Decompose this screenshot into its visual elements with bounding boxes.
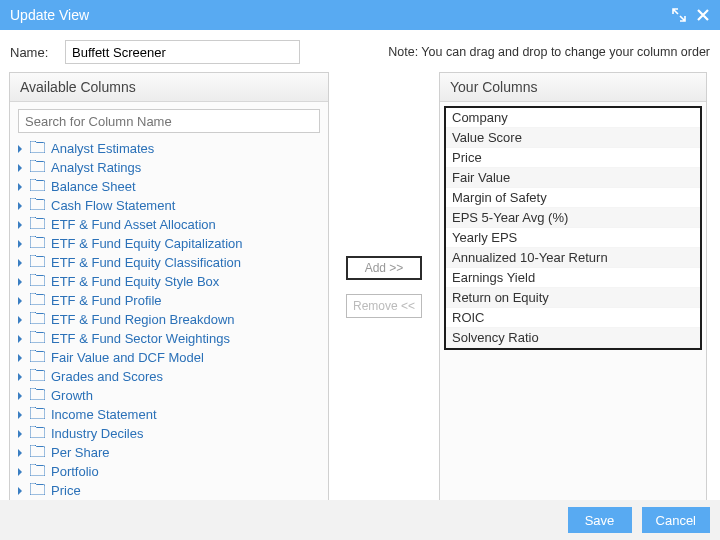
- tree-item[interactable]: Cash Flow Statement: [16, 196, 328, 215]
- folder-icon: [30, 312, 45, 327]
- tree-item[interactable]: ETF & Fund Profile: [16, 291, 328, 310]
- tree-item[interactable]: Industry Deciles: [16, 424, 328, 443]
- folder-icon: [30, 445, 45, 460]
- tree-item-label: Growth: [51, 388, 93, 403]
- tree-item-label: Industry Deciles: [51, 426, 143, 441]
- remove-button[interactable]: Remove <<: [346, 294, 422, 318]
- tree-item-label: Cash Flow Statement: [51, 198, 175, 213]
- caret-right-icon: [16, 354, 24, 362]
- tree-item-label: Income Statement: [51, 407, 157, 422]
- caret-right-icon: [16, 468, 24, 476]
- tree-item[interactable]: Portfolio: [16, 462, 328, 481]
- caret-right-icon: [16, 373, 24, 381]
- tree-item[interactable]: Analyst Estimates: [16, 139, 328, 158]
- tree-item-label: Analyst Ratings: [51, 160, 141, 175]
- tree-item-label: ETF & Fund Equity Classification: [51, 255, 241, 270]
- tree-item-label: Portfolio: [51, 464, 99, 479]
- tree-item-label: Balance Sheet: [51, 179, 136, 194]
- tree-item[interactable]: Analyst Ratings: [16, 158, 328, 177]
- your-column-row[interactable]: Return on Equity: [446, 288, 700, 308]
- tree-item[interactable]: Fair Value and DCF Model: [16, 348, 328, 367]
- name-row: Name: Note: You can drag and drop to cha…: [0, 30, 720, 72]
- tree-item[interactable]: Income Statement: [16, 405, 328, 424]
- tree-item[interactable]: ETF & Fund Region Breakdown: [16, 310, 328, 329]
- mid-buttons: Add >> Remove <<: [329, 72, 439, 502]
- your-column-row[interactable]: Solvency Ratio: [446, 328, 700, 348]
- tree-item[interactable]: Per Share: [16, 443, 328, 462]
- tree-item[interactable]: ETF & Fund Equity Style Box: [16, 272, 328, 291]
- search-input[interactable]: [18, 109, 320, 133]
- tree-item-label: ETF & Fund Asset Allocation: [51, 217, 216, 232]
- tree-item-label: Analyst Estimates: [51, 141, 154, 156]
- your-column-row[interactable]: Yearly EPS: [446, 228, 700, 248]
- folder-icon: [30, 369, 45, 384]
- your-column-row[interactable]: Annualized 10-Year Return: [446, 248, 700, 268]
- titlebar: Update View: [0, 0, 720, 30]
- tree-item[interactable]: Balance Sheet: [16, 177, 328, 196]
- folder-icon: [30, 198, 45, 213]
- caret-right-icon: [16, 297, 24, 305]
- tree-item[interactable]: ETF & Fund Sector Weightings: [16, 329, 328, 348]
- folder-icon: [30, 236, 45, 251]
- tree-item-label: Per Share: [51, 445, 110, 460]
- cancel-button[interactable]: Cancel: [642, 507, 710, 533]
- caret-right-icon: [16, 392, 24, 400]
- caret-right-icon: [16, 183, 24, 191]
- tree-item[interactable]: ETF & Fund Equity Capitalization: [16, 234, 328, 253]
- caret-right-icon: [16, 487, 24, 495]
- folder-icon: [30, 179, 45, 194]
- tree-item[interactable]: ETF & Fund Asset Allocation: [16, 215, 328, 234]
- caret-right-icon: [16, 278, 24, 286]
- caret-right-icon: [16, 316, 24, 324]
- tree-item[interactable]: Growth: [16, 386, 328, 405]
- available-tree[interactable]: Analyst EstimatesAnalyst RatingsBalance …: [10, 137, 328, 501]
- caret-right-icon: [16, 335, 24, 343]
- folder-icon: [30, 388, 45, 403]
- save-button[interactable]: Save: [568, 507, 632, 533]
- your-column-row[interactable]: Company: [446, 108, 700, 128]
- tree-item-label: ETF & Fund Sector Weightings: [51, 331, 230, 346]
- tree-item-label: ETF & Fund Equity Style Box: [51, 274, 219, 289]
- caret-right-icon: [16, 259, 24, 267]
- your-header: Your Columns: [440, 73, 706, 102]
- tree-item-label: Grades and Scores: [51, 369, 163, 384]
- folder-icon: [30, 350, 45, 365]
- expand-icon[interactable]: [672, 8, 686, 22]
- your-columns-panel: Your Columns CompanyValue ScorePriceFair…: [439, 72, 707, 502]
- available-columns-panel: Available Columns Analyst EstimatesAnaly…: [9, 72, 329, 502]
- your-column-row[interactable]: ROIC: [446, 308, 700, 328]
- caret-right-icon: [16, 202, 24, 210]
- caret-right-icon: [16, 164, 24, 172]
- tree-item-label: Fair Value and DCF Model: [51, 350, 204, 365]
- your-columns-list[interactable]: CompanyValue ScorePriceFair ValueMargin …: [444, 106, 702, 350]
- your-column-row[interactable]: Margin of Safety: [446, 188, 700, 208]
- your-column-row[interactable]: EPS 5-Year Avg (%): [446, 208, 700, 228]
- your-column-row[interactable]: Earnings Yield: [446, 268, 700, 288]
- name-label: Name:: [10, 45, 65, 60]
- folder-icon: [30, 217, 45, 232]
- folder-icon: [30, 426, 45, 441]
- name-input[interactable]: [65, 40, 300, 64]
- your-column-row[interactable]: Fair Value: [446, 168, 700, 188]
- window-title: Update View: [10, 7, 89, 23]
- your-column-row[interactable]: Price: [446, 148, 700, 168]
- folder-icon: [30, 293, 45, 308]
- caret-right-icon: [16, 221, 24, 229]
- your-column-row[interactable]: Value Score: [446, 128, 700, 148]
- tree-item[interactable]: ETF & Fund Equity Classification: [16, 253, 328, 272]
- caret-right-icon: [16, 411, 24, 419]
- folder-icon: [30, 407, 45, 422]
- tree-item[interactable]: Price: [16, 481, 328, 500]
- tree-item-label: ETF & Fund Equity Capitalization: [51, 236, 242, 251]
- tree-item[interactable]: Grades and Scores: [16, 367, 328, 386]
- tree-item-label: Price: [51, 483, 81, 498]
- close-icon[interactable]: [696, 8, 710, 22]
- folder-icon: [30, 255, 45, 270]
- tree-item-label: ETF & Fund Region Breakdown: [51, 312, 235, 327]
- drag-note: Note: You can drag and drop to change yo…: [388, 45, 710, 59]
- folder-icon: [30, 160, 45, 175]
- caret-right-icon: [16, 449, 24, 457]
- add-button[interactable]: Add >>: [346, 256, 422, 280]
- caret-right-icon: [16, 145, 24, 153]
- available-header: Available Columns: [10, 73, 328, 102]
